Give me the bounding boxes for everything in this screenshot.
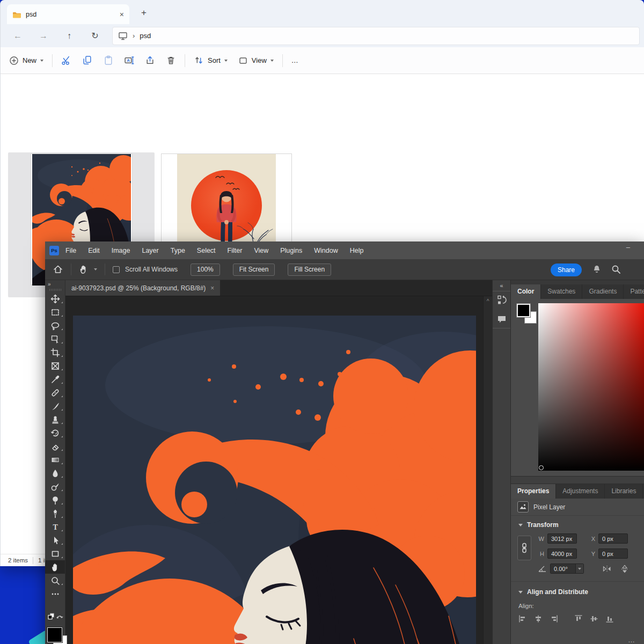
rectangular-marquee-tool-button[interactable] bbox=[45, 305, 65, 319]
canvas-pasteboard[interactable] bbox=[65, 296, 483, 644]
hand-tool-options-icon[interactable] bbox=[79, 265, 89, 274]
panel-options-icon[interactable]: … bbox=[628, 636, 635, 644]
lasso-tool-button[interactable] bbox=[45, 319, 65, 332]
align-right-edges-icon[interactable] bbox=[550, 614, 558, 623]
align-top-edges-icon[interactable] bbox=[574, 614, 583, 623]
foreground-color-swatch[interactable] bbox=[47, 627, 62, 642]
flip-vertical-icon[interactable] bbox=[620, 564, 630, 574]
tab-properties[interactable]: Properties bbox=[511, 484, 556, 499]
menu-help[interactable]: Help bbox=[350, 247, 364, 254]
default-colors-icon[interactable] bbox=[48, 613, 55, 620]
foreground-background-widget[interactable] bbox=[517, 304, 538, 325]
blur-tool-button[interactable] bbox=[45, 466, 65, 480]
explorer-tab[interactable]: psd × bbox=[7, 4, 129, 24]
smudge-tool-button[interactable] bbox=[45, 480, 65, 493]
refresh-button[interactable]: ↻ bbox=[82, 31, 108, 41]
clone-stamp-tool-button[interactable] bbox=[45, 413, 65, 426]
address-box[interactable]: › psd bbox=[112, 27, 640, 45]
align-horizontal-centers-icon[interactable] bbox=[534, 614, 543, 623]
frame-tool-button[interactable] bbox=[45, 359, 65, 372]
paste-button[interactable] bbox=[98, 51, 119, 70]
tab-libraries[interactable]: Libraries bbox=[605, 484, 643, 499]
rotation-angle-value[interactable]: 0.00° bbox=[551, 564, 575, 573]
share-button[interactable]: Share bbox=[551, 264, 582, 276]
new-tab-button[interactable]: + bbox=[141, 8, 147, 18]
transform-header[interactable]: Transform bbox=[518, 521, 639, 529]
menu-window[interactable]: Window bbox=[314, 247, 338, 254]
menu-edit[interactable]: Edit bbox=[88, 247, 100, 254]
view-button[interactable]: View bbox=[233, 51, 279, 70]
eraser-tool-button[interactable] bbox=[45, 440, 65, 453]
align-left-edges-icon[interactable] bbox=[518, 614, 527, 623]
document-close-icon[interactable]: × bbox=[210, 284, 214, 292]
notifications-bell-icon[interactable] bbox=[591, 264, 602, 275]
zoom-tool-button[interactable] bbox=[45, 574, 65, 587]
align-distribute-header[interactable]: Align and Distribute bbox=[518, 588, 639, 596]
home-icon[interactable] bbox=[53, 264, 63, 275]
crop-tool-button[interactable] bbox=[45, 346, 65, 359]
back-button[interactable]: ← bbox=[5, 31, 31, 41]
collapse-panels-icon[interactable]: « bbox=[493, 280, 510, 291]
tab-adjustments[interactable]: Adjustments bbox=[556, 484, 605, 499]
menu-type[interactable]: Type bbox=[171, 247, 185, 254]
new-button[interactable]: New bbox=[4, 51, 49, 70]
rename-button[interactable]: A bbox=[119, 51, 140, 70]
search-icon[interactable] bbox=[611, 264, 621, 275]
share-button[interactable] bbox=[140, 51, 160, 70]
width-input[interactable]: 3012 px bbox=[547, 533, 577, 544]
menu-filter[interactable]: Filter bbox=[228, 247, 243, 254]
tab-close-icon[interactable]: × bbox=[120, 10, 124, 19]
toolbar-expand-icon[interactable]: » bbox=[45, 280, 65, 287]
brush-tool-button[interactable] bbox=[45, 399, 65, 413]
zoom-100-button[interactable]: 100% bbox=[191, 264, 220, 276]
edit-toolbar-button[interactable] bbox=[45, 587, 65, 601]
link-dimensions-button[interactable] bbox=[517, 536, 531, 560]
minimize-button[interactable]: – bbox=[626, 243, 630, 251]
document-tab[interactable]: ai-9037923.psd @ 25% (Background, RGB/8#… bbox=[65, 280, 220, 296]
cut-button[interactable] bbox=[56, 51, 77, 70]
y-input[interactable]: 0 px bbox=[598, 548, 628, 559]
menu-select[interactable]: Select bbox=[197, 247, 216, 254]
hand-tool-button[interactable] bbox=[45, 560, 65, 574]
dodge-tool-button[interactable] bbox=[45, 493, 65, 507]
delete-button[interactable] bbox=[160, 51, 181, 70]
tab-swatches[interactable]: Swatches bbox=[541, 284, 582, 299]
menu-layer[interactable]: Layer bbox=[142, 247, 158, 254]
foreground-color-box[interactable] bbox=[517, 304, 530, 317]
scroll-all-windows-checkbox[interactable] bbox=[113, 266, 120, 273]
forward-button[interactable]: → bbox=[31, 31, 56, 41]
flip-horizontal-icon[interactable] bbox=[602, 564, 612, 574]
color-field-cursor[interactable] bbox=[539, 465, 544, 470]
menu-view[interactable]: View bbox=[254, 247, 268, 254]
spot-healing-brush-tool-button[interactable] bbox=[45, 386, 65, 399]
color-saturation-field[interactable] bbox=[538, 303, 644, 471]
tab-color[interactable]: Color bbox=[511, 284, 541, 299]
version-history-icon[interactable] bbox=[496, 295, 507, 305]
menu-plugins[interactable]: Plugins bbox=[280, 247, 302, 254]
object-selection-tool-button[interactable] bbox=[45, 332, 65, 346]
move-tool-button[interactable] bbox=[45, 292, 65, 305]
type-tool-button[interactable]: T bbox=[45, 520, 65, 533]
swap-colors-icon[interactable] bbox=[56, 613, 64, 620]
align-bottom-edges-icon[interactable] bbox=[605, 614, 614, 623]
pen-tool-button[interactable] bbox=[45, 507, 65, 520]
menu-image[interactable]: Image bbox=[112, 247, 130, 254]
angle-dropdown-button[interactable] bbox=[575, 564, 583, 573]
hand-tool-dropdown-chevron[interactable] bbox=[94, 268, 97, 270]
path-selection-tool-button[interactable] bbox=[45, 533, 65, 547]
canvas-vertical-scrollbar[interactable]: ^ bbox=[483, 296, 492, 644]
x-input[interactable]: 0 px bbox=[598, 533, 628, 544]
copy-button[interactable] bbox=[77, 51, 98, 70]
breadcrumb-location[interactable]: psd bbox=[140, 32, 151, 40]
tab-patterns[interactable]: Patterns bbox=[624, 284, 644, 299]
height-input[interactable]: 4000 px bbox=[547, 548, 577, 559]
eyedropper-tool-button[interactable] bbox=[45, 372, 65, 386]
gradient-tool-button[interactable] bbox=[45, 453, 65, 466]
history-brush-tool-button[interactable] bbox=[45, 426, 65, 440]
menu-file[interactable]: File bbox=[65, 247, 76, 254]
tab-gradients[interactable]: Gradients bbox=[582, 284, 624, 299]
rotation-angle-input[interactable]: 0.00° bbox=[550, 564, 584, 574]
canvas-artwork[interactable] bbox=[73, 316, 476, 644]
up-button[interactable]: ↑ bbox=[56, 31, 82, 41]
more-options-button[interactable]: … bbox=[286, 51, 304, 70]
